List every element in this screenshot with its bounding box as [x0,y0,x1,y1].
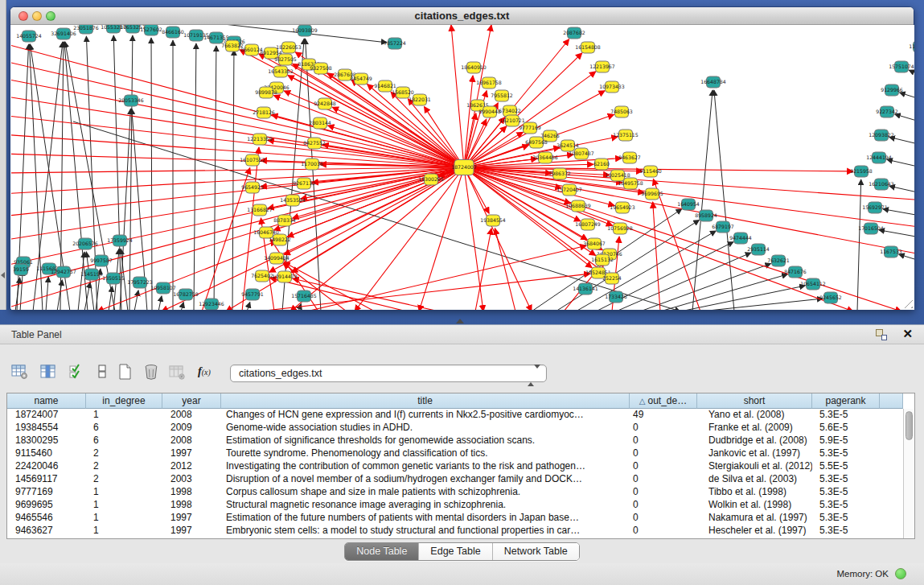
graph-node[interactable]: 23051876 [73,25,99,34]
graph-node[interactable]: 12444194 [866,152,892,163]
table-cell[interactable] [880,422,903,435]
table-cell[interactable]: 2 [86,473,162,486]
table-source-select[interactable]: citations_edges.txt [230,365,547,382]
graph-node[interactable]: 62160 [593,159,610,170]
table-cell[interactable]: Estimation of the future numbers of pati… [221,512,630,525]
table-cell[interactable]: 2009 [162,422,221,435]
graph-node[interactable]: 18724007 [451,160,477,175]
column-header-year[interactable]: year [162,393,221,409]
graph-node[interactable]: 2718126 [253,107,275,118]
citation-edge[interactable] [895,114,914,123]
citation-edge-red[interactable] [464,113,476,167]
graph-node[interactable]: 1167533 [880,246,902,257]
graph-node[interactable]: 12093822 [869,130,894,141]
table-cell[interactable] [880,460,903,473]
citation-edge[interactable] [879,230,914,238]
graph-node[interactable]: 12213967 [589,61,615,72]
citation-edge-red[interactable] [464,167,914,228]
table-cell[interactable]: 19384554 [7,422,86,435]
table-cell[interactable]: 2 [86,447,162,460]
table-cell[interactable]: 9463627 [7,525,86,538]
graph-node[interactable]: 9129966 [881,84,903,96]
citation-edge[interactable] [151,38,152,310]
citation-edge[interactable] [134,290,138,310]
citation-edge-red[interactable] [11,167,464,173]
citation-edge[interactable] [680,286,805,310]
table-cell[interactable]: 1 [86,512,162,525]
graph-node[interactable]: 7955812 [491,90,513,101]
graph-node[interactable]: 16154808 [575,42,601,53]
row-selection-icon[interactable] [69,364,88,381]
graph-node[interactable]: 8215958 [850,166,873,177]
citation-edge[interactable] [129,35,133,310]
column-header-out_de…[interactable]: △out_de… [630,393,697,409]
graph-node[interactable]: 12375115 [613,130,639,141]
table-row[interactable]: 969969511998Structural magnetic resonanc… [7,499,903,512]
citation-edge[interactable] [889,186,914,194]
table-row[interactable]: 946554611997Estimation of the future num… [7,512,903,525]
table-cell[interactable]: Investigating the contribution of common… [221,460,630,473]
graph-node[interactable]: 2935114 [747,244,770,255]
graph-node[interactable]: 20364486 [532,152,558,163]
table-cell[interactable]: Franke et al. (2009) [697,422,812,435]
table-cell[interactable]: 0 [630,473,697,486]
graph-node[interactable]: 2803144 [309,117,331,129]
table-settings-icon[interactable] [11,364,31,381]
citation-edge[interactable] [899,254,914,262]
citation-edge[interactable] [158,296,162,310]
table-cell[interactable]: 9777169 [7,486,86,499]
table-cell[interactable]: 2003 [162,473,221,486]
table-cell[interactable]: 1997 [162,525,221,538]
vertical-scrollbar[interactable] [903,409,914,538]
graph-node[interactable]: 19654923 [610,202,635,213]
table-cell[interactable]: 2012 [162,460,221,473]
table-cell[interactable] [880,447,903,460]
network-window[interactable]: citations_edges.txt 18724007183002951405… [10,6,914,310]
table-cell[interactable]: 0 [630,447,697,460]
table-cell[interactable]: 1998 [162,499,221,512]
citation-edge-red[interactable] [11,134,464,167]
citation-edge-red[interactable] [451,25,464,167]
graph-node[interactable]: 10958107 [150,282,176,294]
column-header-pagerank[interactable]: pagerank [812,393,880,409]
table-cell[interactable]: 5.6E-5 [812,422,880,435]
left-splitter[interactable] [0,0,6,310]
table-cell[interactable]: 22420046 [7,460,86,473]
table-cell[interactable] [880,486,903,499]
tab-node-table[interactable]: Node Table [345,543,419,560]
table-cell[interactable]: 18300295 [7,435,86,447]
new-table-icon[interactable] [117,364,137,381]
graph-node[interactable]: 7485063 [610,106,633,117]
citation-edge[interactable] [909,70,914,77]
table-cell[interactable]: 0 [630,486,697,499]
citation-edge[interactable] [714,90,734,310]
citation-edge-red[interactable] [293,167,464,218]
table-cell[interactable]: 1997 [162,447,221,460]
table-row[interactable]: 1456911722003Disruption of a novel membe… [7,473,903,486]
table-row[interactable]: 946362711997Embryonic stem cells: a mode… [7,525,903,538]
float-panel-icon[interactable] [876,329,887,340]
delete-table-icon[interactable] [169,364,188,381]
scrollbar-thumb[interactable] [906,411,913,440]
network-canvas[interactable]: 1872400718300295140557243269140623051876… [11,25,914,310]
table-cell[interactable]: 5.9E-5 [812,435,880,447]
table-cell[interactable]: 0 [630,512,697,525]
citation-edge[interactable] [889,137,914,146]
graph-node[interactable]: 16782759 [173,289,199,300]
splitter-collapse-icon[interactable] [456,319,464,323]
table-cell[interactable]: 1 [86,525,162,538]
graph-node[interactable]: 10654112 [800,278,826,290]
column-header-in_degree[interactable]: in_degree [86,393,162,409]
table-cell[interactable]: 0 [630,422,697,435]
graph-node[interactable]: 39159 [13,264,29,275]
table-cell[interactable]: de Silva et al. (2003) [697,473,812,486]
graph-node[interactable]: 2087682 [563,27,585,39]
graph-node[interactable]: 17016504 [858,223,884,234]
table-cell[interactable]: 5.3E-5 [812,473,880,486]
table-cell[interactable]: Dudbridge et al. (2008) [697,435,812,447]
table-cell[interactable]: Tourette syndrome. Phenomenology and cla… [221,447,630,460]
graph-node[interactable]: 9777169 [519,122,541,134]
table-cell[interactable]: Wolkin et al. (1998) [697,499,812,512]
table-cell[interactable]: 0 [630,435,697,447]
table-cell[interactable] [880,435,903,447]
